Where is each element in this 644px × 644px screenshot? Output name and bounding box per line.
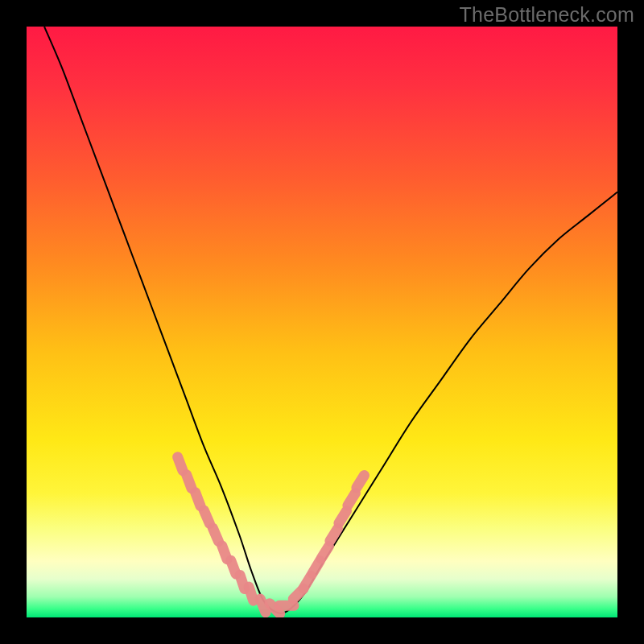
marker-segment [260,599,266,613]
marker-segment [249,587,254,601]
marker-segment [196,493,200,506]
plot-background [27,27,617,617]
marker-segment [222,546,227,559]
marker-segment [204,510,209,524]
marker-segment [330,529,338,541]
marker-segment [339,511,347,523]
bottleneck-chart [0,0,644,644]
marker-segment [348,493,356,506]
marker-segment [321,547,329,559]
marker-segment [231,560,236,574]
marker-segment [213,528,218,542]
marker-segment [178,457,183,471]
marker-segment [357,476,365,488]
chart-stage: TheBottleneck.com [0,0,644,644]
marker-segment [187,475,192,489]
watermark-text: TheBottleneck.com [460,3,634,27]
